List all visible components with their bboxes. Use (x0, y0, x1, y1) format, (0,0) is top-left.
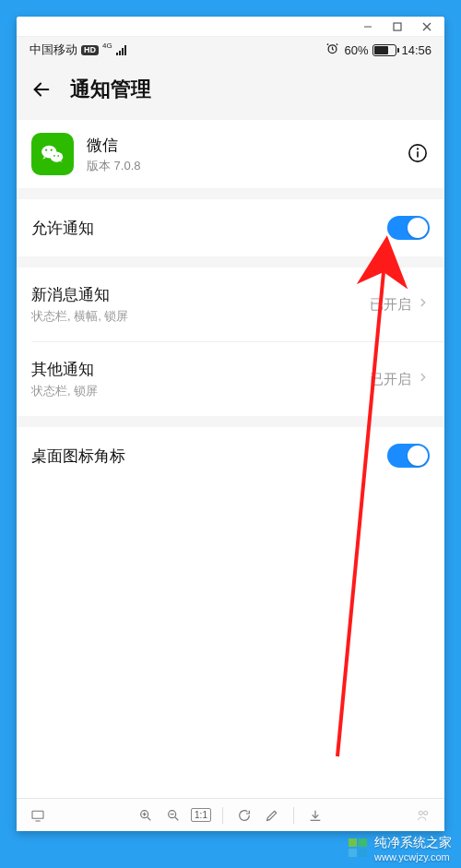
device-icon[interactable] (28, 805, 48, 826)
svg-point-11 (57, 155, 59, 157)
svg-point-8 (45, 149, 47, 151)
svg-line-23 (175, 817, 178, 820)
phone-screen: 中国移动 HD 4G 60% 14:56 通知管理 (17, 37, 444, 798)
status-bar: 中国移动 HD 4G 60% 14:56 (17, 37, 444, 63)
page-header: 通知管理 (17, 63, 444, 120)
allow-notifications-row[interactable]: 允许通知 (17, 199, 444, 256)
watermark-brand: 纯净系统之家 (374, 835, 452, 851)
hd-badge: HD (81, 45, 99, 55)
icon-badge-toggle[interactable] (387, 444, 430, 468)
watermark-url: www.ycwjzy.com (374, 851, 452, 862)
svg-rect-16 (32, 811, 43, 818)
window-minimize-button[interactable] (360, 18, 376, 35)
window-maximize-button[interactable] (389, 18, 406, 35)
new-message-value: 已开启 (370, 296, 411, 314)
app-name: 微信 (87, 135, 395, 156)
page-title: 通知管理 (70, 76, 151, 103)
chevron-right-icon (417, 296, 430, 313)
svg-rect-1 (394, 23, 401, 30)
svg-line-19 (148, 817, 150, 820)
back-button[interactable] (30, 77, 53, 101)
zoom-in-button[interactable] (136, 805, 156, 826)
svg-point-28 (424, 811, 428, 814)
emulator-window: 中国移动 HD 4G 60% 14:56 通知管理 (17, 17, 444, 831)
svg-point-27 (419, 811, 422, 814)
battery-icon (372, 44, 396, 56)
app-info-card: 微信 版本 7.0.8 (17, 120, 444, 188)
new-message-notifications-row[interactable]: 新消息通知 状态栏, 横幅, 锁屏 已开启 (17, 268, 444, 341)
icon-badge-label: 桌面图标角标 (31, 446, 387, 467)
svg-point-10 (53, 155, 55, 157)
download-button[interactable] (305, 805, 325, 826)
battery-percent: 60% (344, 43, 368, 57)
svg-point-7 (51, 152, 64, 162)
allow-notifications-label: 允许通知 (31, 218, 387, 239)
share-button[interactable] (413, 805, 433, 826)
svg-point-9 (51, 149, 53, 151)
new-message-sub: 状态栏, 横幅, 锁屏 (31, 308, 370, 325)
alarm-icon (325, 42, 339, 58)
other-notifications-title: 其他通知 (31, 359, 370, 380)
app-info-button[interactable] (408, 143, 430, 165)
window-titlebar (17, 17, 444, 37)
watermark: 纯净系统之家 www.ycwjzy.com (349, 835, 452, 862)
svg-point-14 (417, 148, 419, 149)
other-notifications-value: 已开启 (370, 371, 411, 388)
rotate-button[interactable] (234, 805, 254, 826)
carrier-label: 中国移动 (30, 42, 77, 58)
status-time: 14:56 (401, 43, 431, 57)
icon-badge-row[interactable]: 桌面图标角标 (17, 427, 444, 484)
other-notifications-sub: 状态栏, 锁屏 (31, 383, 370, 399)
network-label: 4G (102, 42, 112, 50)
chevron-right-icon (417, 371, 430, 387)
window-close-button[interactable] (419, 18, 435, 35)
edit-button[interactable] (262, 805, 282, 826)
actual-size-button[interactable]: 1:1 (191, 805, 211, 826)
zoom-out-button[interactable] (163, 805, 183, 826)
viewer-toolbar: 1:1 (17, 798, 444, 831)
other-notifications-row[interactable]: 其他通知 状态栏, 锁屏 已开启 (17, 342, 444, 416)
new-message-title: 新消息通知 (31, 284, 370, 305)
signal-icon (116, 44, 126, 55)
app-version: 版本 7.0.8 (87, 158, 395, 174)
watermark-logo-icon (349, 838, 369, 859)
allow-notifications-toggle[interactable] (387, 216, 430, 240)
wechat-app-icon (31, 133, 74, 175)
